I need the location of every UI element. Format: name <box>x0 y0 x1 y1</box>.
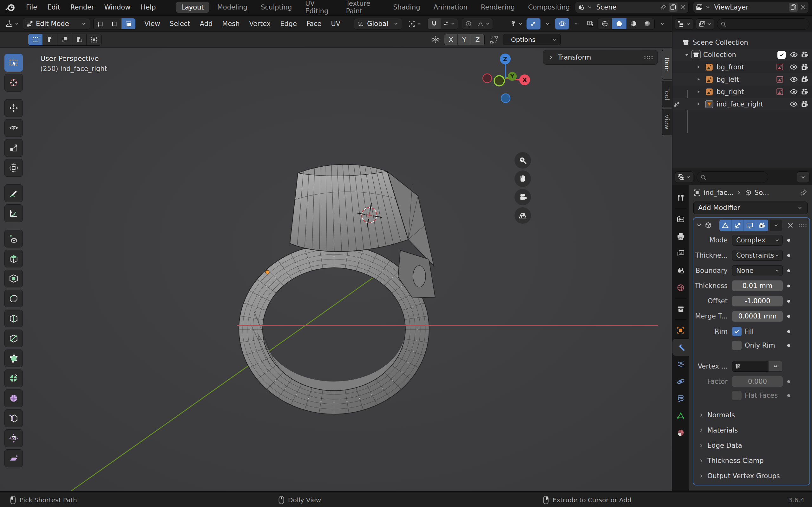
gizmo-axis-neg-y[interactable] <box>494 76 504 86</box>
tab-constraints[interactable] <box>672 390 689 407</box>
remove-view-layer-icon[interactable] <box>800 4 807 11</box>
xray-toggle[interactable] <box>583 18 596 30</box>
eye-icon[interactable] <box>790 88 798 96</box>
gizmos-dropdown[interactable] <box>541 18 554 30</box>
new-scene-button[interactable] <box>669 3 677 12</box>
show-gizmo-dropdown[interactable] <box>508 18 525 30</box>
vertex-group-field[interactable] <box>732 361 768 372</box>
disclosure-right-icon[interactable] <box>696 89 701 95</box>
select-invert-button[interactable] <box>72 34 87 45</box>
thickness-mode-dropdown[interactable]: Constraints <box>732 250 783 261</box>
animate-dot[interactable] <box>787 285 790 287</box>
menu-edge[interactable]: Edge <box>276 19 301 29</box>
gizmo-axis-neg-z[interactable] <box>501 94 510 103</box>
tab-modifiers[interactable] <box>672 339 689 356</box>
animate-dot[interactable] <box>787 315 790 318</box>
tool-select-box[interactable] <box>4 54 23 72</box>
tool-knife[interactable] <box>4 330 23 347</box>
disclosure-right-icon[interactable] <box>696 77 701 82</box>
outliner-display-mode-dropdown[interactable] <box>675 18 693 30</box>
drag-grip-icon[interactable] <box>798 223 807 228</box>
select-subtract-button[interactable] <box>57 34 72 45</box>
transform-panel-header[interactable]: Transform <box>543 50 658 65</box>
boundary-dropdown[interactable]: None <box>732 265 783 276</box>
section-edge-data[interactable]: Edge Data <box>693 438 809 453</box>
workspace-tab-animation[interactable]: Animation <box>428 2 473 13</box>
overlays-toggle[interactable] <box>555 18 569 30</box>
menu-add[interactable]: Add <box>196 19 217 29</box>
menu-file[interactable]: File <box>21 2 42 12</box>
workspace-tab-shading[interactable]: Shading <box>388 2 425 13</box>
eye-icon[interactable] <box>790 50 798 59</box>
tool-rotate[interactable] <box>4 119 23 137</box>
sidebar-tab-view[interactable]: View <box>662 109 672 135</box>
disclosure-right-icon[interactable] <box>696 64 701 70</box>
mirror-z-button[interactable]: Z <box>471 34 484 45</box>
tool-inset-faces[interactable] <box>4 270 23 287</box>
disclosure-right-icon[interactable] <box>696 101 701 107</box>
animate-dot[interactable] <box>787 380 790 383</box>
image-data-icon[interactable] <box>776 75 784 83</box>
camera-visibility-icon[interactable] <box>801 63 809 71</box>
tool-smooth[interactable] <box>4 389 23 407</box>
realtime-toggle[interactable] <box>744 220 756 231</box>
tool-shear[interactable] <box>4 449 23 467</box>
select-intersect-button[interactable] <box>87 34 101 45</box>
modifier-extras-dropdown[interactable] <box>770 220 782 231</box>
gizmo-axis-neg-x[interactable] <box>483 74 492 83</box>
workspace-tab-modeling[interactable]: Modeling <box>212 2 253 13</box>
shading-material-button[interactable] <box>626 18 641 29</box>
eye-icon[interactable] <box>790 100 798 108</box>
proportional-edit-toggle[interactable] <box>462 18 475 29</box>
tool-move[interactable] <box>4 99 23 117</box>
sidebar-tab-tool[interactable]: Tool <box>662 81 672 107</box>
invert-vertex-group-button[interactable] <box>768 361 783 372</box>
outliner-row-collection[interactable]: Collection <box>672 49 812 61</box>
tab-material[interactable] <box>672 424 689 441</box>
rim-fill-checkbox[interactable] <box>732 327 742 336</box>
mode-selector[interactable]: Edit Mode <box>23 18 90 30</box>
properties-options-dropdown[interactable] <box>797 171 809 183</box>
tab-view-layer[interactable] <box>672 245 689 262</box>
menu-uv[interactable]: UV <box>327 19 345 29</box>
breadcrumb-modifier[interactable]: So... <box>755 189 769 196</box>
tool-loop-cut[interactable] <box>4 309 23 327</box>
pan-hand-button[interactable] <box>514 170 531 187</box>
animate-dot[interactable] <box>787 239 790 242</box>
tool-transform[interactable] <box>4 159 23 177</box>
tab-physics[interactable] <box>672 373 689 390</box>
shading-wireframe-button[interactable] <box>598 18 612 29</box>
pin-icon[interactable] <box>660 4 667 11</box>
disclosure-down-icon[interactable] <box>684 52 690 58</box>
camera-visibility-icon[interactable] <box>801 75 809 83</box>
drag-grip-icon[interactable] <box>644 55 653 60</box>
proportional-falloff-dropdown[interactable] <box>475 18 493 29</box>
new-view-layer-button[interactable] <box>789 3 798 12</box>
eye-icon[interactable] <box>790 63 798 71</box>
shading-rendered-button[interactable] <box>641 18 654 29</box>
collection-checkbox[interactable] <box>777 51 786 59</box>
scene-selector[interactable]: Scene <box>575 2 689 13</box>
tool-poly-build[interactable] <box>4 349 23 367</box>
workspace-tab-rendering[interactable]: Rendering <box>476 2 520 13</box>
tab-tool[interactable] <box>672 189 689 207</box>
collapse-chevron-icon[interactable] <box>696 222 702 228</box>
snap-toggle-button[interactable] <box>428 18 441 29</box>
animate-dot[interactable] <box>787 394 790 397</box>
tool-bevel[interactable] <box>4 290 23 307</box>
gizmos-toggle[interactable] <box>526 18 541 30</box>
thickness-field[interactable]: 0.01 mm <box>732 280 783 291</box>
merge-threshold-field[interactable]: 0.0001 mm <box>732 311 783 322</box>
tab-particles[interactable] <box>672 356 689 373</box>
workspace-tab-texture-paint[interactable]: Texture Paint <box>341 0 385 16</box>
sidebar-tab-item[interactable]: Item <box>662 50 672 79</box>
section-output-vertex-groups[interactable]: Output Vertex Groups <box>693 468 809 484</box>
tab-object-data[interactable] <box>672 407 689 424</box>
outliner-row-bg-right[interactable]: bg_right <box>672 86 812 98</box>
options-dropdown[interactable]: Options <box>503 34 561 45</box>
tool-spin[interactable] <box>4 370 23 387</box>
offset-field[interactable]: -1.0000 <box>732 296 783 306</box>
menu-view[interactable]: View <box>140 19 164 29</box>
face-select-mode-button[interactable] <box>121 18 136 29</box>
animate-dot[interactable] <box>787 269 790 272</box>
